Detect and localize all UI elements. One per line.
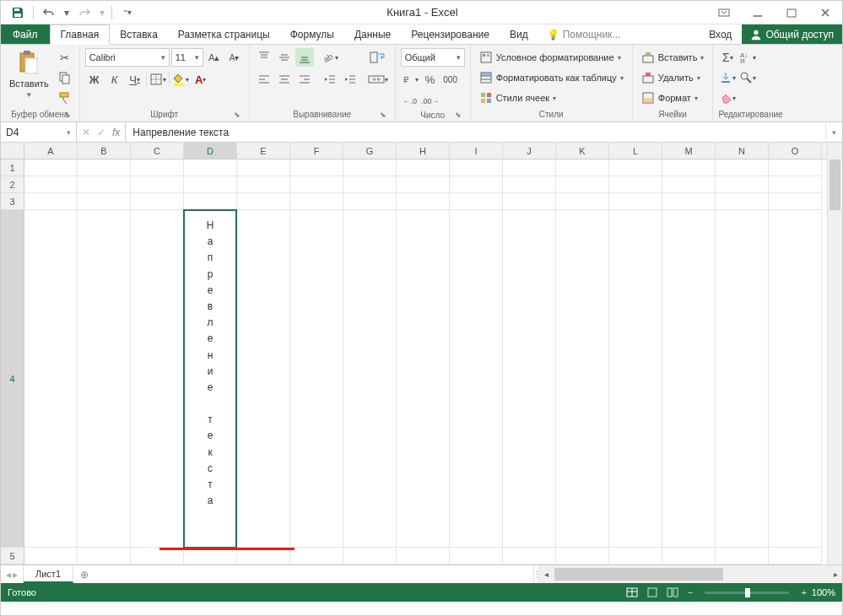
col-header-k[interactable]: K bbox=[556, 143, 609, 159]
fill-color-icon[interactable]: ▾ bbox=[171, 70, 190, 89]
tab-page-layout[interactable]: Разметка страницы bbox=[168, 24, 280, 44]
undo-icon[interactable] bbox=[39, 3, 59, 22]
cancel-formula-icon[interactable]: ✕ bbox=[82, 127, 90, 138]
close-icon[interactable] bbox=[808, 1, 842, 24]
wrap-text-icon[interactable] bbox=[366, 48, 390, 67]
dialog-launcher-icon[interactable]: ⬊ bbox=[232, 110, 242, 120]
sheet-nav[interactable]: ◂▸ bbox=[1, 565, 24, 583]
row-header-5[interactable]: 5 bbox=[1, 548, 24, 565]
col-header-h[interactable]: H bbox=[397, 143, 450, 159]
view-page-break-icon[interactable] bbox=[662, 585, 683, 600]
qat-customize-icon[interactable]: ⁼▾ bbox=[117, 3, 138, 22]
borders-icon[interactable]: ▾ bbox=[149, 70, 167, 89]
bold-button[interactable]: Ж bbox=[85, 70, 104, 89]
tab-data[interactable]: Данные bbox=[344, 24, 401, 44]
italic-button[interactable]: К bbox=[105, 70, 124, 89]
redo-dropdown-icon[interactable]: ▾ bbox=[98, 3, 106, 22]
horizontal-scrollbar[interactable]: ◂ ▸ bbox=[538, 565, 842, 583]
sign-in-link[interactable]: Вход bbox=[699, 24, 742, 44]
cut-icon[interactable]: ✂ bbox=[56, 48, 74, 67]
format-cells-button[interactable]: Формат▾ bbox=[638, 89, 708, 107]
dialog-launcher-icon[interactable]: ⬊ bbox=[378, 110, 388, 120]
comma-style-icon[interactable]: 000 bbox=[441, 70, 460, 89]
col-header-o[interactable]: O bbox=[769, 143, 822, 159]
font-size-combo[interactable]: 11▾ bbox=[171, 48, 203, 67]
col-header-d[interactable]: D bbox=[184, 143, 237, 159]
increase-indent-icon[interactable] bbox=[341, 70, 359, 89]
tab-view[interactable]: Вид bbox=[500, 24, 538, 44]
col-header-j[interactable]: J bbox=[503, 143, 556, 159]
underline-button[interactable]: Ч ▾ bbox=[126, 70, 144, 89]
cell-styles-button[interactable]: Стили ячеек▾ bbox=[476, 89, 627, 107]
paste-button[interactable]: Вставить▾ bbox=[6, 48, 52, 100]
find-select-icon[interactable]: ▾ bbox=[738, 68, 757, 87]
tab-file[interactable]: Файл bbox=[1, 24, 50, 44]
tell-me-search[interactable]: 💡 Помощник... bbox=[538, 24, 630, 44]
align-right-icon[interactable] bbox=[295, 70, 314, 89]
zoom-out-icon[interactable]: − bbox=[688, 587, 693, 597]
align-center-icon[interactable] bbox=[275, 70, 294, 89]
shrink-font-icon[interactable]: A▾ bbox=[225, 48, 244, 67]
sort-filter-icon[interactable]: A↓Я▾ bbox=[738, 48, 757, 67]
tab-home[interactable]: Главная bbox=[50, 24, 111, 45]
clear-icon[interactable]: ▾ bbox=[718, 89, 737, 107]
align-top-icon[interactable] bbox=[255, 48, 273, 67]
format-as-table-button[interactable]: Форматировать как таблицу▾ bbox=[476, 68, 627, 87]
row-header-3[interactable]: 3 bbox=[1, 193, 24, 210]
col-header-f[interactable]: F bbox=[290, 143, 343, 159]
copy-icon[interactable] bbox=[56, 68, 74, 87]
col-header-m[interactable]: M bbox=[662, 143, 716, 159]
insert-cells-button[interactable]: Вставить▾ bbox=[638, 48, 708, 67]
zoom-level[interactable]: 100% bbox=[812, 587, 835, 597]
row-header-2[interactable]: 2 bbox=[1, 176, 24, 193]
cells-area[interactable]: Напревление текста bbox=[24, 159, 827, 565]
dialog-launcher-icon[interactable]: ⬊ bbox=[62, 110, 73, 120]
save-icon[interactable] bbox=[8, 3, 28, 22]
cell-d4[interactable]: Напревление текста bbox=[184, 210, 237, 548]
percent-icon[interactable]: % bbox=[421, 70, 440, 89]
orientation-icon[interactable]: ab▾ bbox=[321, 48, 339, 67]
vertical-scrollbar[interactable] bbox=[827, 143, 842, 565]
undo-dropdown-icon[interactable]: ▾ bbox=[62, 3, 71, 22]
sheet-tab-list1[interactable]: Лист1 bbox=[24, 565, 73, 583]
dialog-launcher-icon[interactable]: ⬊ bbox=[453, 110, 463, 120]
tab-review[interactable]: Рецензирование bbox=[401, 24, 500, 44]
formula-input[interactable]: Напревление текста bbox=[126, 122, 825, 142]
align-bottom-icon[interactable] bbox=[295, 48, 314, 67]
expand-formula-icon[interactable]: ▾ bbox=[825, 122, 842, 142]
view-page-layout-icon[interactable] bbox=[642, 585, 662, 600]
worksheet-grid[interactable]: ABCDEFGHIJKLMNO 12345 Напревление текста bbox=[1, 143, 842, 565]
conditional-format-button[interactable]: Условное форматирование▾ bbox=[476, 48, 627, 67]
col-header-e[interactable]: E bbox=[237, 143, 290, 159]
row-header-1[interactable]: 1 bbox=[1, 159, 24, 176]
name-box[interactable]: D4▾ bbox=[1, 122, 77, 142]
grow-font-icon[interactable]: A▴ bbox=[205, 48, 224, 67]
view-normal-icon[interactable] bbox=[622, 585, 642, 600]
decrease-indent-icon[interactable] bbox=[321, 70, 339, 89]
zoom-in-icon[interactable]: + bbox=[801, 587, 806, 597]
font-name-combo[interactable]: Calibri▾ bbox=[85, 48, 170, 67]
increase-decimal-icon[interactable]: ←.0 bbox=[401, 92, 419, 111]
col-header-g[interactable]: G bbox=[343, 143, 397, 159]
accounting-format-icon[interactable]: ₽▾ bbox=[401, 70, 419, 89]
tab-insert[interactable]: Вставка bbox=[110, 24, 168, 44]
decrease-decimal-icon[interactable]: .00→ bbox=[421, 92, 440, 111]
row-headers[interactable]: 12345 bbox=[1, 159, 24, 565]
delete-cells-button[interactable]: Удалить▾ bbox=[638, 68, 708, 87]
number-format-combo[interactable]: Общий▾ bbox=[401, 48, 465, 67]
fill-icon[interactable]: ▾ bbox=[718, 68, 737, 87]
format-painter-icon[interactable] bbox=[56, 89, 74, 107]
col-header-n[interactable]: N bbox=[716, 143, 769, 159]
row-header-4[interactable]: 4 bbox=[1, 210, 24, 548]
ribbon-options-icon[interactable] bbox=[707, 1, 741, 24]
fx-icon[interactable]: fx bbox=[112, 127, 120, 138]
col-header-a[interactable]: A bbox=[24, 143, 78, 159]
merge-center-icon[interactable]: ▾ bbox=[366, 70, 390, 89]
column-headers[interactable]: ABCDEFGHIJKLMNO bbox=[24, 143, 827, 159]
zoom-slider[interactable] bbox=[705, 592, 789, 594]
font-color-icon[interactable]: A▾ bbox=[192, 70, 210, 89]
redo-icon[interactable] bbox=[74, 3, 95, 22]
select-all-corner[interactable] bbox=[1, 143, 24, 159]
col-header-c[interactable]: C bbox=[131, 143, 184, 159]
col-header-l[interactable]: L bbox=[609, 143, 662, 159]
